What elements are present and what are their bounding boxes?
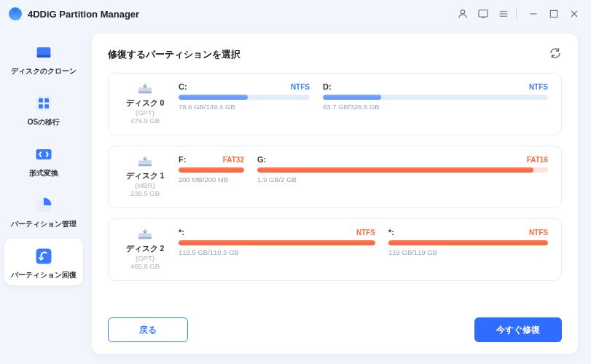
partition-usage: 83.7 GB/326.5 GB	[323, 103, 548, 111]
sidebar-icon-2	[34, 144, 54, 165]
usage-bar	[257, 167, 548, 173]
app-title: 4DDiG Partition Manager	[28, 9, 139, 20]
account-icon[interactable]	[455, 6, 471, 22]
svg-rect-1	[479, 10, 488, 17]
partition-usage: 200 MB/200 MB	[179, 175, 244, 183]
disk-name: ディスク 1	[126, 171, 165, 181]
sidebar-item-label: ディスクのクローン	[11, 67, 77, 76]
sidebar: ディスクのクローンOSの移行形式変換パーティション管理パーティション回復	[0, 28, 87, 364]
svg-rect-14	[138, 92, 152, 94]
sidebar-item-label: パーティション管理	[11, 220, 77, 229]
minimize-icon[interactable]	[525, 6, 541, 22]
partition-fs: FAT32	[223, 156, 244, 164]
partition[interactable]: *:NTFS119.5 GB/119.5 GB	[179, 228, 375, 270]
maximize-icon[interactable]	[546, 6, 562, 22]
partition[interactable]: *:NTFS119 GB/119 GB	[388, 228, 548, 270]
partition[interactable]: F:FAT32200 MB/200 MB	[179, 155, 244, 197]
disk-size: 465.8 GB	[130, 262, 160, 270]
partition-letter: D:	[323, 82, 332, 91]
partition-fs: FAT16	[527, 156, 548, 164]
feedback-icon[interactable]	[475, 6, 491, 22]
sidebar-item-label: パーティション回復	[11, 271, 77, 280]
disk-scheme: (GPT)	[136, 108, 154, 116]
sidebar-item-1[interactable]: OSの移行	[4, 86, 83, 132]
usage-bar	[179, 167, 244, 173]
sidebar-item-4[interactable]: パーティション回復	[4, 239, 83, 285]
sidebar-icon-4	[34, 246, 54, 266]
svg-rect-18	[138, 237, 152, 240]
svg-rect-2	[550, 10, 557, 17]
divider	[516, 8, 517, 20]
sidebar-icon-0	[34, 42, 54, 63]
partition-letter: F:	[179, 155, 186, 164]
panel-title: 修復するパーティションを選択	[108, 48, 240, 61]
disk-info: ディスク 1(MBR)238.5 GB	[122, 155, 168, 197]
partition-fs: NTFS	[356, 229, 375, 237]
repair-button[interactable]: 今すぐ修復	[474, 317, 562, 342]
disk-scheme: (MBR)	[135, 181, 154, 189]
disk-card[interactable]: ディスク 0(GPT)476.9 GBC:NTFS78.6 GB/149.4 G…	[108, 73, 562, 135]
disk-info: ディスク 2(GPT)465.8 GB	[122, 228, 168, 270]
disk-list: ディスク 0(GPT)476.9 GBC:NTFS78.6 GB/149.4 G…	[108, 73, 562, 307]
partition-usage: 1.9 GB/2 GB	[257, 175, 548, 183]
footer: 戻る 今すぐ修復	[108, 317, 562, 342]
sidebar-icon-3	[34, 195, 54, 215]
svg-rect-5	[36, 96, 52, 111]
disk-size: 238.5 GB	[130, 189, 160, 197]
close-icon[interactable]	[566, 6, 582, 22]
partition-letter: G:	[257, 155, 266, 164]
svg-rect-8	[39, 104, 43, 108]
disk-size: 476.9 GB	[130, 116, 160, 124]
disk-name: ディスク 2	[126, 244, 165, 254]
partition-usage: 78.6 GB/149.4 GB	[179, 103, 310, 111]
sidebar-icon-1	[34, 93, 54, 114]
partition[interactable]: C:NTFS78.6 GB/149.4 GB	[179, 82, 310, 124]
partition-usage: 119.5 GB/119.5 GB	[179, 248, 375, 256]
usage-bar	[388, 240, 548, 245]
svg-rect-16	[138, 165, 152, 167]
disk-icon	[137, 155, 153, 168]
disk-name: ディスク 0	[126, 98, 165, 108]
disk-scheme: (GPT)	[136, 254, 154, 262]
titlebar: 4DDiG Partition Manager	[0, 0, 591, 28]
svg-rect-6	[39, 98, 43, 103]
usage-bar	[323, 95, 548, 100]
app-logo-icon	[9, 7, 22, 20]
partition-letter: *:	[179, 228, 184, 237]
sidebar-item-label: 形式変換	[29, 169, 58, 178]
disk-icon	[137, 82, 153, 95]
svg-rect-7	[44, 98, 49, 103]
menu-icon[interactable]	[496, 6, 512, 22]
svg-rect-10	[36, 149, 52, 159]
disk-card[interactable]: ディスク 1(MBR)238.5 GBF:FAT32200 MB/200 MBG…	[108, 146, 562, 208]
partition-fs: NTFS	[529, 83, 548, 91]
partition-letter: C:	[179, 82, 187, 91]
sidebar-item-0[interactable]: ディスクのクローン	[4, 35, 83, 82]
disk-info: ディスク 0(GPT)476.9 GB	[122, 82, 168, 124]
sidebar-item-2[interactable]: 形式変換	[4, 137, 83, 183]
disk-icon	[137, 228, 153, 241]
partition[interactable]: D:NTFS83.7 GB/326.5 GB	[323, 82, 548, 124]
svg-point-0	[461, 10, 464, 14]
svg-rect-4	[37, 55, 51, 58]
usage-bar	[179, 95, 310, 100]
refresh-icon[interactable]	[549, 47, 562, 63]
partition[interactable]: G:FAT161.9 GB/2 GB	[257, 155, 548, 197]
sidebar-item-label: OSの移行	[28, 118, 60, 127]
back-button[interactable]: 戻る	[108, 317, 188, 342]
partition-usage: 119 GB/119 GB	[388, 248, 548, 256]
partition-letter: *:	[388, 228, 394, 237]
svg-rect-12	[36, 249, 52, 264]
partition-fs: NTFS	[529, 229, 548, 237]
partition-fs: NTFS	[291, 83, 310, 91]
svg-rect-9	[44, 104, 49, 108]
main-panel: 修復するパーティションを選択 ディスク 0(GPT)476.9 GBC:NTFS…	[92, 33, 578, 354]
usage-bar	[179, 240, 375, 245]
sidebar-item-3[interactable]: パーティション管理	[4, 188, 83, 234]
disk-card[interactable]: ディスク 2(GPT)465.8 GB*:NTFS119.5 GB/119.5 …	[108, 218, 562, 281]
